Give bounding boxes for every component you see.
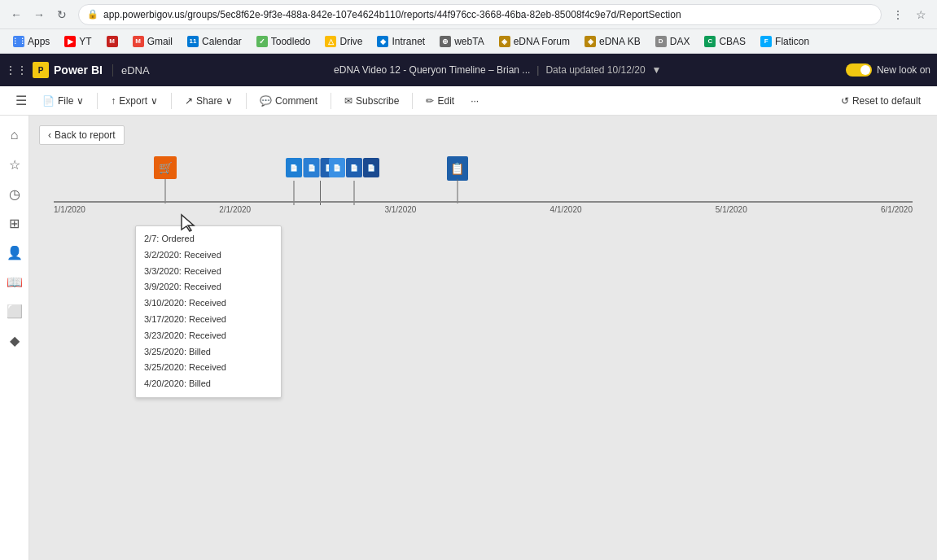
bookmark-dax-label: DAX (670, 36, 690, 47)
export-button[interactable]: ↑ Export ∨ (104, 92, 164, 110)
axis-date-3: 3/1/2020 (384, 205, 416, 214)
cart-event-icon[interactable]: 🛒 (154, 156, 177, 179)
toolbar: ☰ 📄 File ∨ ↑ Export ∨ ↗ Share ∨ 💬 Commen… (0, 86, 937, 116)
axis-date-4: 4/1/2020 (550, 205, 582, 214)
bookmark-intranet[interactable]: ◆ Intranet (370, 33, 431, 50)
refresh-button[interactable]: ↻ (52, 5, 72, 24)
share-button[interactable]: ↗ Share ∨ (178, 92, 239, 110)
bookmark-apps[interactable]: ⋮⋮ Apps (7, 33, 56, 50)
more-label: ··· (471, 95, 479, 107)
separator-2 (171, 93, 172, 109)
sidebar-learn-icon[interactable]: 📖 (2, 269, 28, 295)
more-button[interactable]: ··· (464, 92, 485, 110)
bookmark-gmail[interactable]: M Gmail (126, 33, 179, 50)
chrome-right-icons: ⋮ ☆ (888, 5, 930, 24)
bookmark-drive[interactable]: △ Drive (318, 33, 369, 50)
forward-button[interactable]: → (29, 5, 49, 24)
yt-icon: ▶ (64, 36, 76, 47)
bookmark-edna-kb[interactable]: ◈ eDNA KB (578, 33, 647, 50)
extensions-button[interactable]: ⋮ (888, 5, 908, 24)
comment-label: Comment (275, 95, 317, 107)
tooltip-row-5: 3/17/2020: Received (144, 312, 273, 328)
file-chevron-icon: ∨ (77, 95, 84, 107)
doc-stack-3: 📄 📄 📄 (329, 158, 379, 177)
doc-large-vert-line (457, 179, 458, 203)
gmail-icon: M (133, 36, 144, 47)
drive-icon: △ (325, 36, 336, 47)
apps-grid-icon[interactable]: ⋮⋮ (7, 60, 26, 80)
bookmark-yt[interactable]: ▶ YT (58, 33, 98, 50)
bookmark-webta[interactable]: ⊕ webTA (433, 33, 490, 50)
new-look-label: New look on (877, 64, 930, 76)
axis-date-1: 1/1/2020 (54, 205, 85, 214)
bookmark-11[interactable]: 11 Calendar (181, 33, 248, 50)
tooltip-row-7: 3/25/2020: Billed (144, 344, 273, 361)
timeline-axis-line (54, 201, 913, 203)
chrome-browser-bar: ← → ↻ 🔒 app.powerbigov.us/groups/5ec8f62… (0, 0, 937, 29)
sidebar-recent-icon[interactable]: ◷ (2, 181, 28, 207)
file-button[interactable]: 📄 File ∨ (36, 92, 90, 110)
doc-event-icon-3[interactable]: 📄 📄 📄 (329, 158, 379, 177)
export-chevron-icon: ∨ (151, 95, 158, 107)
sidebar-home-icon[interactable]: ⌂ (2, 122, 28, 148)
pbi-workspace: eDNA (112, 64, 150, 77)
bookmark-edna-forum[interactable]: ◈ eDNA Forum (493, 33, 576, 50)
chevron-down-icon[interactable]: ▼ (652, 64, 662, 76)
bookmark-edna-forum-label: eDNA Forum (514, 36, 570, 47)
sidebar-apps-icon[interactable]: ⊞ (2, 210, 28, 236)
sidebar-person-icon[interactable]: 👤 (2, 239, 28, 265)
tooltip-row-9: 4/20/2020: Billed (144, 376, 273, 392)
edit-label: Edit (437, 95, 454, 107)
bookmark-flaticon[interactable]: F Flaticon (754, 33, 816, 50)
toggle-knob (860, 65, 870, 75)
back-button[interactable]: ← (7, 5, 26, 24)
doc-shape-4: 📄 (329, 158, 345, 177)
bookmark-edna-kb-label: eDNA KB (599, 36, 641, 47)
doc-event-icon-large[interactable]: 📋 (447, 156, 468, 181)
lock-icon: 🔒 (87, 9, 99, 20)
doc-event-icon-1[interactable]: 📄 (286, 158, 302, 177)
tooltip-row-8: 3/25/2020: Received (144, 360, 273, 376)
pbi-logo-icon: P (33, 62, 49, 78)
bookmark-m[interactable]: M (100, 33, 125, 50)
bookmark-cbas[interactable]: C CBAS (698, 33, 752, 50)
reset-to-default-button[interactable]: ↺ Reset to default (834, 92, 927, 110)
webta-icon: ⊕ (440, 36, 451, 47)
back-to-report-button[interactable]: ‹ Back to report (39, 125, 125, 145)
m-icon: M (107, 36, 118, 47)
chrome-nav-buttons: ← → ↻ (7, 5, 72, 24)
doc-shape-1: 📄 (286, 158, 302, 177)
subscribe-button[interactable]: ✉ Subscribe (338, 92, 405, 110)
comment-button[interactable]: 💬 Comment (253, 92, 324, 110)
sidebar-workspace-icon[interactable]: ⬜ (2, 298, 28, 324)
separator-3 (246, 93, 247, 109)
axis-date-6: 6/1/2020 (881, 205, 913, 214)
pbi-logo: P Power BI (33, 62, 103, 78)
sidebar-star-icon[interactable]: ☆ (2, 151, 28, 177)
report-title: eDNA Video 12 - Queryon Timeline – Brian… (334, 64, 530, 76)
doc-shape-2: 📄 (304, 158, 320, 177)
main-layout: ⌂ ☆ ◷ ⊞ 👤 📖 ⬜ ◆ ‹ Back to report 🛒 (0, 116, 937, 560)
hamburger-menu-icon[interactable]: ☰ (10, 90, 33, 112)
bookmark-apps-label: Apps (28, 36, 50, 47)
edit-button[interactable]: ✏ Edit (419, 92, 461, 110)
separator-1 (97, 93, 98, 109)
share-icon: ↗ (185, 95, 193, 107)
bookmark-dax[interactable]: D DAX (649, 33, 697, 50)
data-updated-text: Data updated 10/12/20 (545, 64, 645, 76)
cbas-icon: C (704, 36, 716, 47)
new-look-toggle[interactable]: New look on (846, 63, 930, 77)
toolbar-right: ↺ Reset to default (834, 92, 927, 110)
tooltip-row-6: 3/23/2020: Received (144, 328, 273, 344)
sidebar-deployment-icon[interactable]: ◆ (2, 327, 28, 353)
export-label: Export (119, 95, 147, 107)
bookmark-button[interactable]: ☆ (911, 5, 930, 24)
axis-date-5: 5/1/2020 (716, 205, 747, 214)
pbi-logo-text: Power BI (54, 63, 103, 77)
toggle-switch[interactable] (846, 63, 872, 77)
report-area: ‹ Back to report 🛒 📄 (29, 116, 937, 560)
doc-stack-1: 📄 (286, 158, 302, 177)
bookmark-calendar-label: Calendar (202, 36, 242, 47)
address-bar[interactable]: 🔒 app.powerbigov.us/groups/5ec8f62e-9f3e… (78, 4, 882, 25)
bookmark-toodledo[interactable]: ✓ Toodledo (250, 33, 317, 50)
